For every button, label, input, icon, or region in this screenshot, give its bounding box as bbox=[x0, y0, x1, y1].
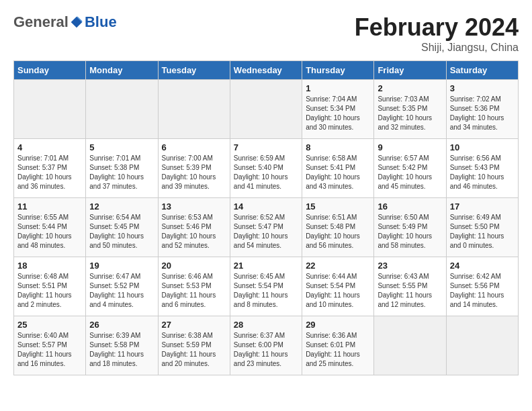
day-info: Sunrise: 6:39 AMSunset: 5:58 PMDaylight:… bbox=[89, 331, 154, 369]
calendar-cell bbox=[158, 80, 230, 139]
calendar-cell: 29Sunrise: 6:36 AMSunset: 6:01 PMDayligh… bbox=[302, 316, 374, 375]
day-info: Sunrise: 6:36 AMSunset: 6:01 PMDaylight:… bbox=[306, 331, 370, 369]
page-header: General Blue February 2024 Shiji, Jiangs… bbox=[13, 13, 519, 54]
logo-blue-text: Blue bbox=[85, 13, 117, 31]
day-number: 19 bbox=[89, 261, 154, 271]
calendar-week-5: 25Sunrise: 6:40 AMSunset: 5:57 PMDayligh… bbox=[14, 316, 519, 375]
day-info: Sunrise: 7:03 AMSunset: 5:35 PMDaylight:… bbox=[378, 95, 442, 132]
day-info: Sunrise: 6:57 AMSunset: 5:42 PMDaylight:… bbox=[378, 154, 442, 191]
calendar-cell: 8Sunrise: 6:58 AMSunset: 5:41 PMDaylight… bbox=[302, 139, 374, 198]
day-number: 16 bbox=[378, 201, 442, 212]
day-info: Sunrise: 6:56 AMSunset: 5:43 PMDaylight:… bbox=[450, 154, 515, 191]
calendar-cell bbox=[14, 80, 86, 139]
calendar-cell: 28Sunrise: 6:37 AMSunset: 6:00 PMDayligh… bbox=[230, 316, 302, 375]
title-block: February 2024 Shiji, Jiangsu, China bbox=[355, 13, 519, 54]
day-number: 21 bbox=[234, 261, 298, 271]
day-number: 12 bbox=[89, 201, 154, 212]
day-info: Sunrise: 6:49 AMSunset: 5:50 PMDaylight:… bbox=[450, 213, 515, 250]
column-header-sunday: Sunday bbox=[14, 61, 86, 80]
column-header-thursday: Thursday bbox=[302, 61, 374, 80]
calendar-cell: 4Sunrise: 7:01 AMSunset: 5:37 PMDaylight… bbox=[14, 139, 86, 198]
day-number: 6 bbox=[162, 142, 226, 152]
day-number: 4 bbox=[17, 142, 82, 152]
column-header-monday: Monday bbox=[86, 61, 158, 80]
calendar-week-3: 11Sunrise: 6:55 AMSunset: 5:44 PMDayligh… bbox=[14, 198, 519, 257]
day-info: Sunrise: 6:59 AMSunset: 5:40 PMDaylight:… bbox=[234, 154, 298, 191]
page-subtitle: Shiji, Jiangsu, China bbox=[355, 42, 519, 54]
day-info: Sunrise: 7:02 AMSunset: 5:36 PMDaylight:… bbox=[450, 95, 515, 132]
day-number: 5 bbox=[89, 142, 154, 152]
day-info: Sunrise: 6:47 AMSunset: 5:52 PMDaylight:… bbox=[89, 272, 154, 310]
day-number: 20 bbox=[162, 261, 226, 271]
calendar-header: SundayMondayTuesdayWednesdayThursdayFrid… bbox=[14, 61, 519, 80]
calendar-cell: 6Sunrise: 7:00 AMSunset: 5:39 PMDaylight… bbox=[158, 139, 230, 198]
column-header-friday: Friday bbox=[374, 61, 446, 80]
logo-icon bbox=[70, 15, 83, 29]
day-number: 27 bbox=[162, 320, 226, 330]
logo-general-text: General bbox=[13, 13, 69, 31]
calendar-cell: 27Sunrise: 6:38 AMSunset: 5:59 PMDayligh… bbox=[158, 316, 230, 375]
day-info: Sunrise: 6:53 AMSunset: 5:46 PMDaylight:… bbox=[162, 213, 226, 250]
calendar-week-2: 4Sunrise: 7:01 AMSunset: 5:37 PMDaylight… bbox=[14, 139, 519, 198]
day-info: Sunrise: 6:45 AMSunset: 5:54 PMDaylight:… bbox=[234, 272, 298, 310]
day-number: 7 bbox=[234, 142, 298, 152]
day-number: 10 bbox=[450, 142, 515, 152]
calendar-cell: 10Sunrise: 6:56 AMSunset: 5:43 PMDayligh… bbox=[446, 139, 518, 198]
day-info: Sunrise: 6:54 AMSunset: 5:45 PMDaylight:… bbox=[89, 213, 154, 250]
svg-marker-0 bbox=[71, 17, 83, 28]
calendar-week-4: 18Sunrise: 6:48 AMSunset: 5:51 PMDayligh… bbox=[14, 257, 519, 316]
day-info: Sunrise: 7:04 AMSunset: 5:34 PMDaylight:… bbox=[306, 95, 370, 132]
day-number: 3 bbox=[450, 83, 515, 93]
day-number: 23 bbox=[378, 261, 442, 271]
header-row: SundayMondayTuesdayWednesdayThursdayFrid… bbox=[14, 61, 519, 80]
calendar-week-1: 1Sunrise: 7:04 AMSunset: 5:34 PMDaylight… bbox=[14, 80, 519, 139]
day-number: 28 bbox=[234, 320, 298, 330]
calendar-cell: 9Sunrise: 6:57 AMSunset: 5:42 PMDaylight… bbox=[374, 139, 446, 198]
calendar-cell bbox=[230, 80, 302, 139]
day-number: 8 bbox=[306, 142, 370, 152]
calendar-cell bbox=[446, 316, 518, 375]
day-info: Sunrise: 6:44 AMSunset: 5:54 PMDaylight:… bbox=[306, 272, 370, 310]
calendar-table: SundayMondayTuesdayWednesdayThursdayFrid… bbox=[13, 60, 519, 375]
calendar-cell: 20Sunrise: 6:46 AMSunset: 5:53 PMDayligh… bbox=[158, 257, 230, 316]
calendar-cell: 26Sunrise: 6:39 AMSunset: 5:58 PMDayligh… bbox=[86, 316, 158, 375]
calendar-cell bbox=[374, 316, 446, 375]
calendar-cell: 17Sunrise: 6:49 AMSunset: 5:50 PMDayligh… bbox=[446, 198, 518, 257]
column-header-wednesday: Wednesday bbox=[230, 61, 302, 80]
column-header-tuesday: Tuesday bbox=[158, 61, 230, 80]
calendar-cell: 25Sunrise: 6:40 AMSunset: 5:57 PMDayligh… bbox=[14, 316, 86, 375]
calendar-cell: 15Sunrise: 6:51 AMSunset: 5:48 PMDayligh… bbox=[302, 198, 374, 257]
day-info: Sunrise: 7:00 AMSunset: 5:39 PMDaylight:… bbox=[162, 154, 226, 191]
day-number: 1 bbox=[306, 83, 370, 93]
calendar-cell: 12Sunrise: 6:54 AMSunset: 5:45 PMDayligh… bbox=[86, 198, 158, 257]
day-number: 18 bbox=[17, 261, 82, 271]
day-info: Sunrise: 6:43 AMSunset: 5:55 PMDaylight:… bbox=[378, 272, 442, 310]
day-number: 24 bbox=[450, 261, 515, 271]
calendar-cell: 19Sunrise: 6:47 AMSunset: 5:52 PMDayligh… bbox=[86, 257, 158, 316]
calendar-cell: 21Sunrise: 6:45 AMSunset: 5:54 PMDayligh… bbox=[230, 257, 302, 316]
day-number: 9 bbox=[378, 142, 442, 152]
calendar-cell: 24Sunrise: 6:42 AMSunset: 5:56 PMDayligh… bbox=[446, 257, 518, 316]
calendar-body: 1Sunrise: 7:04 AMSunset: 5:34 PMDaylight… bbox=[14, 80, 519, 375]
day-number: 26 bbox=[89, 320, 154, 330]
day-number: 14 bbox=[234, 201, 298, 212]
calendar-cell bbox=[86, 80, 158, 139]
calendar-cell: 14Sunrise: 6:52 AMSunset: 5:47 PMDayligh… bbox=[230, 198, 302, 257]
day-number: 2 bbox=[378, 83, 442, 93]
day-info: Sunrise: 6:37 AMSunset: 6:00 PMDaylight:… bbox=[234, 331, 298, 369]
column-header-saturday: Saturday bbox=[446, 61, 518, 80]
calendar-cell: 13Sunrise: 6:53 AMSunset: 5:46 PMDayligh… bbox=[158, 198, 230, 257]
day-info: Sunrise: 6:38 AMSunset: 5:59 PMDaylight:… bbox=[162, 331, 226, 369]
day-info: Sunrise: 7:01 AMSunset: 5:38 PMDaylight:… bbox=[89, 154, 154, 191]
day-info: Sunrise: 7:01 AMSunset: 5:37 PMDaylight:… bbox=[17, 154, 82, 191]
day-info: Sunrise: 6:55 AMSunset: 5:44 PMDaylight:… bbox=[17, 213, 82, 250]
day-info: Sunrise: 6:52 AMSunset: 5:47 PMDaylight:… bbox=[234, 213, 298, 250]
calendar-cell: 1Sunrise: 7:04 AMSunset: 5:34 PMDaylight… bbox=[302, 80, 374, 139]
calendar-cell: 23Sunrise: 6:43 AMSunset: 5:55 PMDayligh… bbox=[374, 257, 446, 316]
calendar-cell: 2Sunrise: 7:03 AMSunset: 5:35 PMDaylight… bbox=[374, 80, 446, 139]
calendar-cell: 22Sunrise: 6:44 AMSunset: 5:54 PMDayligh… bbox=[302, 257, 374, 316]
day-info: Sunrise: 6:40 AMSunset: 5:57 PMDaylight:… bbox=[17, 331, 82, 369]
calendar-cell: 3Sunrise: 7:02 AMSunset: 5:36 PMDaylight… bbox=[446, 80, 518, 139]
day-number: 17 bbox=[450, 201, 515, 212]
day-info: Sunrise: 6:58 AMSunset: 5:41 PMDaylight:… bbox=[306, 154, 370, 191]
